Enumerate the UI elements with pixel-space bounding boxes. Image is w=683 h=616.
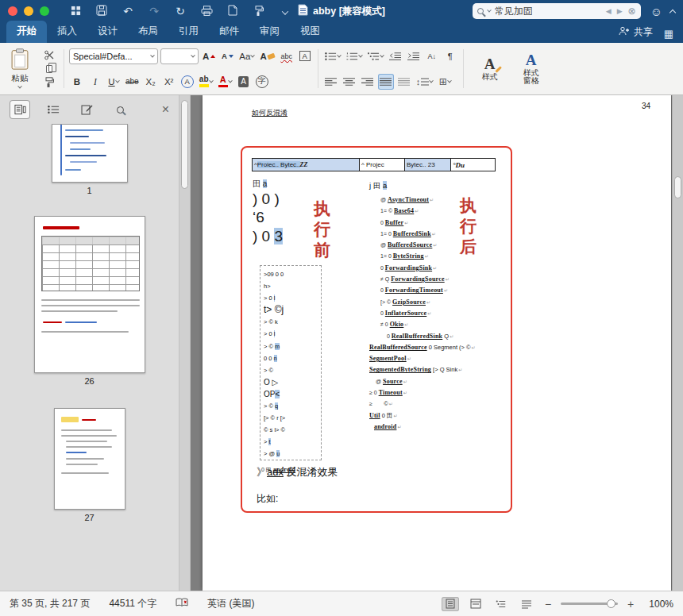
align-center-button[interactable] (342, 74, 357, 90)
thumbnails-pane-button[interactable] (10, 100, 30, 119)
save-button[interactable] (95, 5, 109, 17)
proofing-book-icon[interactable] (176, 598, 188, 610)
justify-button[interactable] (378, 74, 394, 90)
italic-button[interactable]: I (87, 74, 103, 90)
repeat-button[interactable]: ↻ (173, 6, 187, 17)
obf-glyph-line: ) 0 3 (253, 227, 283, 246)
enclose-characters-button[interactable]: 字 (254, 74, 270, 90)
change-case-button[interactable]: Aa (237, 48, 256, 64)
close-sidebar-icon[interactable]: × (162, 102, 169, 117)
copy-button[interactable] (41, 62, 57, 75)
print-layout-view-button[interactable] (442, 597, 459, 611)
ribbon-tab-0[interactable]: 开始 (6, 21, 47, 43)
styles-button[interactable]: A 样式 (472, 47, 508, 90)
underline-button[interactable]: U (106, 74, 122, 90)
increase-indent-button[interactable] (406, 48, 422, 64)
review-pane-button[interactable] (76, 100, 97, 119)
search-input[interactable]: 常见加固 (495, 5, 602, 18)
share-button[interactable]: 共享 (619, 25, 653, 43)
ribbon-layout-grid-icon[interactable]: ▦ (664, 28, 673, 40)
search-field[interactable]: 常见加固 ◀ ▶ ⊗ (473, 3, 641, 19)
web-layout-view-button[interactable] (467, 597, 484, 611)
sort-button[interactable]: A↓ (424, 48, 440, 64)
distribute-text-button[interactable] (396, 74, 412, 90)
ribbon-tab-1[interactable]: 插入 (47, 21, 87, 43)
word-count[interactable]: 44511 个字 (109, 597, 156, 610)
format-painter-button[interactable] (252, 6, 266, 17)
page-indicator[interactable]: 第 35 页, 共 217 页 (10, 597, 90, 610)
line-spacing-button[interactable]: ↕ (415, 74, 435, 90)
thumbnail-page-27[interactable] (54, 408, 125, 510)
close-window-button[interactable] (8, 6, 17, 16)
numbered-list-button[interactable] (345, 48, 364, 64)
document-scrollbar[interactable] (672, 95, 683, 591)
zoom-out-button[interactable]: − (543, 598, 553, 610)
bullet-list-button[interactable] (323, 48, 342, 64)
outline-pane-button[interactable] (43, 100, 64, 119)
decrease-indent-button[interactable] (388, 48, 403, 64)
zoom-slider-thumb[interactable] (607, 599, 615, 608)
minimize-window-button[interactable] (24, 6, 33, 16)
ribbon-tab-4[interactable]: 引用 (168, 21, 209, 43)
zoom-in-button[interactable]: + (626, 598, 635, 610)
paste-dropdown-chevron-icon[interactable] (17, 84, 22, 89)
print-button[interactable] (199, 6, 214, 17)
thumbnail-page-26[interactable] (34, 216, 145, 373)
search-next-button[interactable]: ▶ (617, 7, 624, 15)
app-grid-icon[interactable] (68, 6, 83, 17)
zoom-slider[interactable] (561, 603, 618, 605)
sidebar-search-button[interactable] (110, 100, 130, 119)
sidebar-scrollbar[interactable] (179, 95, 191, 591)
text-effects-button[interactable]: A (179, 74, 195, 90)
align-left-button[interactable] (323, 74, 339, 90)
cut-button[interactable] (41, 48, 57, 62)
borders-button[interactable]: ⊞ (437, 74, 453, 90)
clear-formatting-button[interactable]: A (258, 48, 276, 64)
ribbon-tab-3[interactable]: 布局 (128, 21, 168, 43)
ribbon-tab-2[interactable]: 设计 (87, 21, 128, 43)
multilevel-list-button[interactable] (366, 48, 385, 64)
search-scope-chevron-icon[interactable] (487, 8, 492, 13)
strikethrough-button[interactable]: abe (124, 74, 141, 90)
format-brush-button[interactable] (41, 75, 57, 89)
undo-button[interactable]: ↶ (121, 6, 135, 17)
sidebar-scrollbar-thumb[interactable] (181, 100, 188, 189)
grow-font-button[interactable]: A (201, 48, 217, 64)
obf-line: > © q (264, 400, 319, 412)
clear-search-icon[interactable]: ⊗ (628, 6, 636, 17)
document-page[interactable]: 如何反混淆 34 ^ Proiec.. Bytec.. ZZ ^ Projec … (203, 95, 671, 591)
style-pane-button[interactable]: A 样式 窗格 (513, 47, 550, 90)
character-border-button[interactable]: A (297, 48, 313, 64)
new-document-button[interactable] (226, 5, 240, 17)
language-indicator[interactable]: 英语 (美国) (207, 597, 254, 610)
thumbnail-page-1[interactable] (52, 124, 128, 183)
superscript-button[interactable]: X² (161, 74, 177, 90)
font-size-combo[interactable] (160, 48, 199, 64)
subscript-button[interactable]: X₂ (143, 74, 159, 90)
highlight-button[interactable]: ab (198, 74, 214, 90)
thumbnail-label-1: 1 (87, 186, 91, 195)
outline-view-button[interactable] (492, 597, 510, 611)
feedback-smiley-icon[interactable]: ☺ (650, 5, 662, 18)
toolbar-overflow-chevron-icon[interactable] (278, 6, 292, 17)
zoom-window-button[interactable] (40, 6, 49, 16)
shrink-font-button[interactable]: A (219, 48, 235, 64)
bold-button[interactable]: B (69, 74, 85, 90)
focus-view-button[interactable] (518, 597, 535, 611)
ribbon-tab-6[interactable]: 审阅 (249, 21, 290, 43)
redo-button[interactable]: ↷ (147, 6, 161, 17)
ribbon-tab-7[interactable]: 视图 (290, 21, 330, 43)
ribbon-tabs: 开始插入设计布局引用邮件审阅视图 (6, 21, 330, 43)
character-shading-button[interactable]: A (236, 74, 252, 90)
spelling-button[interactable]: abc (279, 48, 295, 64)
show-marks-button[interactable]: ¶ (442, 48, 458, 64)
document-scrollbar-thumb[interactable] (674, 176, 681, 198)
collapse-ribbon-chevron-icon[interactable] (670, 4, 675, 18)
align-right-button[interactable] (360, 74, 376, 90)
ribbon-tab-5[interactable]: 邮件 (209, 21, 249, 43)
font-color-button[interactable]: A (217, 74, 233, 90)
search-previous-button[interactable]: ◀ (606, 7, 613, 15)
paste-button[interactable]: 粘贴 (3, 45, 37, 92)
font-name-combo[interactable]: Special#Defa... (69, 48, 158, 64)
zoom-level[interactable]: 100% (643, 599, 673, 610)
